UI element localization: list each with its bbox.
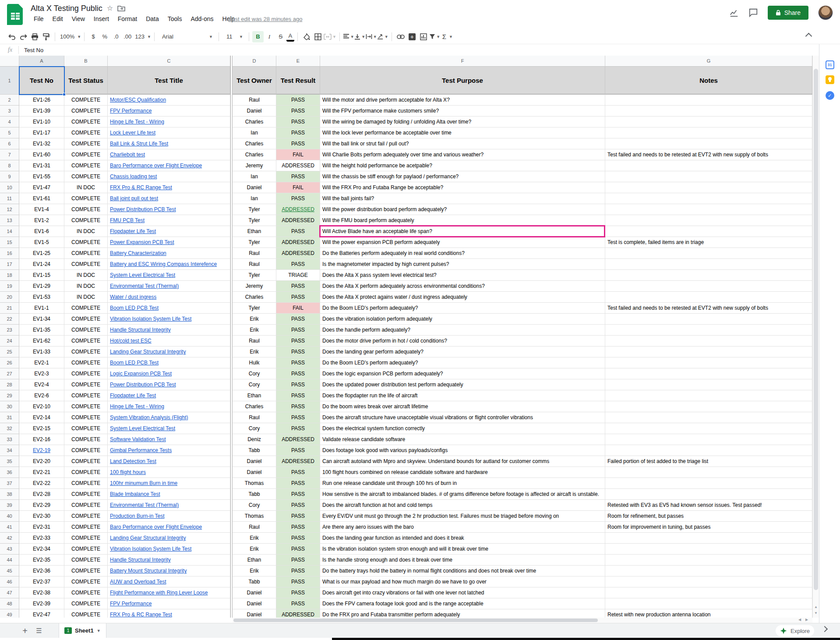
cell-C35[interactable]: Land Detection Test (108, 456, 230, 467)
cell-B11[interactable]: COMPLETE (64, 193, 108, 204)
cell-A28[interactable]: EV2-4 (19, 379, 64, 390)
cell-B21[interactable]: COMPLETE (64, 303, 108, 314)
cell-D30[interactable]: Charles (233, 401, 276, 412)
row-header-4[interactable]: 4 (0, 117, 19, 127)
cell-C32[interactable]: System Level Electrical Test (108, 423, 230, 434)
cell-A16[interactable]: EV1-25 (19, 248, 64, 259)
cell-D34[interactable]: Tabb (233, 445, 276, 456)
test-title-link[interactable]: FRX Pro & RC Range Test (110, 184, 172, 191)
cell-E33[interactable]: ADDRESSED (276, 434, 320, 445)
cell-A35[interactable]: EV2-20 (19, 456, 64, 467)
row-header-1[interactable]: 1 (0, 67, 19, 95)
strikethrough-button[interactable]: S (275, 31, 286, 42)
cell-F19[interactable]: Does the Alta X perform adequately acros… (320, 281, 605, 292)
cell-C24[interactable]: Hot/cold test ESC (108, 336, 230, 347)
cell-F17[interactable]: Is the magnetometer impacted by high cur… (320, 259, 605, 270)
cell-B17[interactable]: COMPLETE (64, 259, 108, 270)
row-header-24[interactable]: 24 (0, 336, 19, 347)
cell-E6[interactable]: PASS (276, 138, 320, 149)
cell-G38[interactable] (605, 489, 812, 500)
test-title-link[interactable]: 100 flight hours (110, 469, 146, 475)
cell-G28[interactable] (605, 379, 812, 390)
cell-A30[interactable]: EV2-10 (19, 401, 64, 412)
test-title-link[interactable]: AUW and Overload Test (110, 579, 166, 585)
font-size-select[interactable]: 11▼ (222, 31, 246, 42)
test-title-link[interactable]: Flopdapter Life Test (110, 392, 156, 399)
cell-F3[interactable]: Will the FPV performance make customers … (320, 106, 605, 117)
cell-D18[interactable]: Tyler (233, 270, 276, 281)
decrease-decimal-button[interactable]: .0 (110, 31, 122, 42)
test-title-link[interactable]: Handle Structural Integrity (110, 557, 171, 563)
cell-E10[interactable]: FAIL (276, 182, 320, 193)
tasks-icon[interactable]: ✓ (826, 91, 834, 100)
cell-F47[interactable]: Does aircraft get into crazy vibrations … (320, 587, 605, 598)
cell-C3[interactable]: FPV Performance (108, 106, 230, 117)
cell-G24[interactable] (605, 336, 812, 347)
cell-E30[interactable]: PASS (276, 401, 320, 412)
format-percent-button[interactable]: % (99, 31, 110, 42)
cell-D28[interactable]: Cory (233, 379, 276, 390)
row-header-16[interactable]: 16 (0, 248, 19, 259)
cell-C47[interactable]: Flight Performance with Ring Lever Loose (108, 587, 230, 598)
calendar-icon[interactable]: 31 (826, 60, 834, 69)
cell-G21[interactable]: Test failed and needs to be retested at … (605, 303, 812, 314)
cell-B22[interactable]: COMPLETE (64, 314, 108, 325)
cell-F35[interactable]: Can aircraft autoland with Mpro and skyv… (320, 456, 605, 467)
cell-D4[interactable]: Charles (233, 117, 276, 127)
cell-E14[interactable]: PASS (276, 226, 320, 237)
cell-E49[interactable]: ADDRESSED (276, 609, 320, 618)
test-title-link[interactable]: Vibration Isolation System Life Test (110, 546, 191, 552)
cell-E8[interactable]: ADDRESSED (276, 160, 320, 171)
insert-comment-button[interactable]: + (406, 31, 418, 42)
row-header-42[interactable]: 42 (0, 533, 19, 544)
cell-F11[interactable]: Will the ball joints fail? (320, 193, 605, 204)
cell-C31[interactable]: System Vibration Analysis (Flight) (108, 412, 230, 423)
cell-C43[interactable]: Vibration Isolation System Life Test (108, 544, 230, 555)
row-header-35[interactable]: 35 (0, 456, 19, 467)
cell-F8[interactable]: Will the height hold performance be acet… (320, 160, 605, 171)
cell-A46[interactable]: EV2-37 (19, 576, 64, 587)
cell-A26[interactable]: EV2-1 (19, 357, 64, 368)
cell-G8[interactable] (605, 160, 812, 171)
test-title-link[interactable]: Water / dust ingress (110, 294, 156, 300)
cell-D32[interactable]: Cory (233, 423, 276, 434)
move-folder-icon[interactable] (117, 5, 125, 11)
row-header-9[interactable]: 9 (0, 171, 19, 182)
cell-B43[interactable]: COMPLETE (64, 544, 108, 555)
test-title-link[interactable]: FPV Performance (110, 601, 152, 607)
text-rotation-menu[interactable]: ▼ (377, 31, 388, 42)
test-title-link[interactable]: Power Distribution PCB Test (110, 206, 176, 212)
test-title-link[interactable]: Landing Gear Structural Integrity (110, 535, 186, 541)
cell-F18[interactable]: Does the Alta X pass system level electr… (320, 270, 605, 281)
cell-G1[interactable]: Notes (605, 67, 812, 95)
cell-A48[interactable]: EV2-39 (19, 598, 64, 609)
cell-G9[interactable] (605, 171, 812, 182)
cell-C14[interactable]: Flopdapter Life Test (108, 226, 230, 237)
cell-C37[interactable]: 100hr minumum Burn in time (108, 478, 230, 489)
fill-color-button[interactable] (301, 31, 312, 42)
star-icon[interactable]: ☆ (107, 5, 113, 12)
test-title-link[interactable]: Battery and ESC Wiring Compass Interefen… (110, 261, 217, 267)
menu-edit[interactable]: Edit (49, 14, 67, 23)
cell-B24[interactable]: COMPLETE (64, 336, 108, 347)
cell-G17[interactable] (605, 259, 812, 270)
cell-B35[interactable]: COMPLETE (64, 456, 108, 467)
test-title-link[interactable]: Blade Imbalance Test (110, 491, 160, 497)
row-header-45[interactable]: 45 (0, 566, 19, 576)
cell-G13[interactable] (605, 215, 812, 226)
row-header-2[interactable]: 2 (0, 95, 19, 106)
cell-C26[interactable]: Boom LED PCB Test (108, 357, 230, 368)
cell-A44[interactable]: EV2-35 (19, 555, 64, 566)
cell-C2[interactable]: Motor/ESC Qualification (108, 95, 230, 106)
cell-G15[interactable]: Test is complete, failed items are in tr… (605, 237, 812, 248)
col-header-C[interactable]: C (108, 56, 230, 67)
row-header-11[interactable]: 11 (0, 193, 19, 204)
cell-A25[interactable]: EV1-33 (19, 347, 64, 357)
number-format-menu[interactable]: 123▼ (133, 31, 151, 42)
test-title-link[interactable]: Power Distribution PCB Test (110, 382, 176, 388)
test-title-link[interactable]: Flight Performance with Ring Lever Loose (110, 590, 208, 596)
cell-G10[interactable] (605, 182, 812, 193)
cell-E23[interactable]: PASS (276, 325, 320, 336)
test-title-link[interactable]: Handle Structural Integrity (110, 327, 171, 333)
cell-A21[interactable]: EV1-1 (19, 303, 64, 314)
